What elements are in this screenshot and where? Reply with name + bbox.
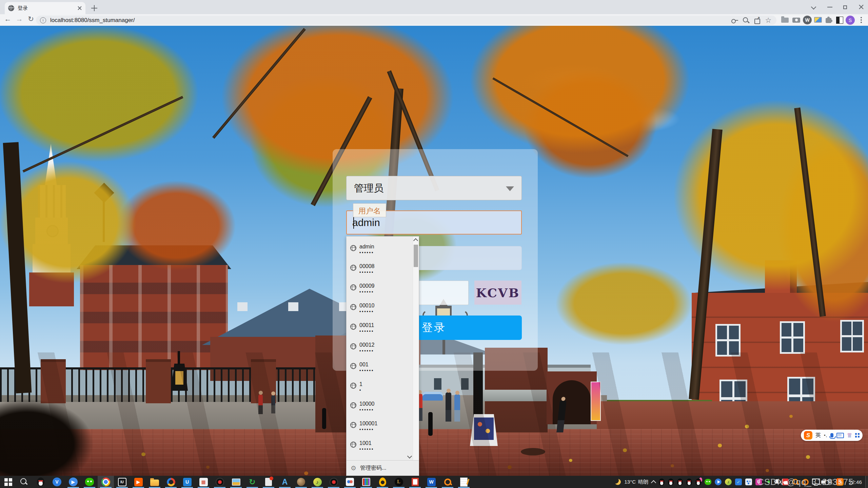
app-explorer[interactable] [146, 476, 163, 488]
app-redframe[interactable] [407, 476, 423, 488]
back-button[interactable]: ← [3, 15, 13, 23]
tray-volume[interactable] [821, 481, 824, 484]
clock[interactable]: 22:46 [847, 479, 864, 485]
app-notepad[interactable] [456, 476, 472, 488]
app-emulator[interactable] [374, 476, 391, 488]
00012[interactable]: 00012 •••••• [347, 339, 419, 359]
app-recorder[interactable] [212, 476, 228, 488]
app-ring[interactable] [163, 476, 179, 488]
tray-everything[interactable] [792, 479, 799, 485]
weather-widget[interactable]: 13°C 晴朗 [624, 479, 648, 485]
tray-qq-3[interactable] [677, 479, 683, 486]
app-chrome[interactable] [98, 476, 114, 488]
tray-people[interactable] [745, 479, 752, 485]
wikipedia-extension-icon[interactable]: W [803, 16, 812, 24]
app-photos[interactable] [228, 476, 244, 488]
toolbox-grid-icon[interactable] [855, 433, 860, 438]
captcha-image[interactable]: KCVB [474, 281, 521, 305]
admin[interactable]: admin •••••• [347, 241, 419, 260]
reload-button[interactable]: ↻ [26, 15, 36, 23]
app-winrar[interactable] [358, 476, 374, 488]
darkmode-extension-icon[interactable] [835, 16, 844, 24]
camera-extension-icon[interactable] [792, 16, 801, 24]
app-word[interactable]: W [423, 476, 439, 488]
bookmark-star-icon[interactable]: ☆ [764, 16, 772, 24]
tray-recorder[interactable] [765, 479, 772, 485]
dropdown-scrollbar[interactable] [413, 237, 419, 460]
app-v[interactable]: V [49, 476, 65, 488]
app-everything[interactable] [439, 476, 456, 488]
tray-mic[interactable] [775, 479, 778, 484]
download-extension-icon[interactable] [781, 16, 789, 24]
app-qq[interactable] [33, 476, 49, 488]
share-icon[interactable] [753, 16, 761, 24]
app-a[interactable]: A [277, 476, 293, 488]
window-minimize-button[interactable] [827, 3, 833, 10]
ime-punctuation-toggle[interactable]: •, [824, 433, 827, 438]
sogou-tray-icon[interactable]: S [836, 478, 844, 486]
skin-shirt-icon[interactable] [847, 433, 852, 438]
address-bar[interactable]: localhost:8080/ssm_stumanager/ ☆ [36, 16, 776, 25]
window-maximize-button[interactable] [842, 3, 849, 10]
app-grid[interactable]: ▦ [195, 476, 212, 488]
10000[interactable]: 10000 •••••• [347, 398, 419, 418]
100001[interactable]: 100001 •••••• [347, 418, 419, 437]
00011[interactable]: 00011 •••••• [347, 319, 419, 339]
start-button[interactable] [0, 476, 16, 488]
tray-qq-1[interactable] [659, 479, 665, 486]
browser-tab[interactable]: 登录 [5, 2, 85, 14]
tray-music[interactable]: ♪ [725, 479, 732, 485]
night-mode-moon-icon[interactable] [615, 479, 621, 485]
tray-thunder[interactable]: ✓ [735, 479, 742, 485]
00010[interactable]: 00010 •••••• [347, 300, 419, 319]
menu-dots-icon[interactable] [858, 16, 864, 24]
app-recorder2[interactable] [326, 476, 342, 488]
extensions-puzzle-icon[interactable] [825, 16, 833, 24]
show-desktop-button[interactable] [865, 476, 868, 488]
tray-qq-2[interactable] [668, 479, 674, 486]
profile-avatar[interactable]: S [846, 16, 855, 25]
app-music[interactable]: ♪ [309, 476, 326, 488]
search-button[interactable] [16, 476, 33, 488]
ime-language-toggle[interactable]: 英 [815, 432, 821, 439]
tray-guard[interactable] [802, 479, 809, 485]
microphone-icon[interactable] [830, 433, 833, 438]
001[interactable]: 001 •••••• [347, 359, 419, 378]
tray-usb[interactable]: U [755, 479, 762, 485]
app-wechat[interactable] [81, 476, 98, 488]
scrollbar-thumb[interactable] [414, 245, 418, 267]
tray-wechat[interactable] [705, 479, 711, 485]
app-cc[interactable] [342, 476, 358, 488]
site-info-icon[interactable] [40, 17, 46, 23]
1[interactable]: 1 • [347, 378, 419, 398]
forward-button[interactable]: → [14, 15, 24, 23]
app-sync[interactable]: ↻ [244, 476, 260, 488]
keyboard-icon[interactable] [836, 433, 844, 438]
tray-qq-4[interactable] [686, 479, 692, 486]
image-extension-icon[interactable] [814, 16, 823, 24]
tray-netdisk[interactable] [782, 479, 789, 485]
app-utools[interactable]: U [179, 476, 195, 488]
window-chevron-icon[interactable] [810, 3, 817, 10]
1001[interactable]: 1001 •••••• [347, 437, 419, 457]
role-select[interactable]: 管理员 [346, 176, 522, 200]
hidden-icons-chevron[interactable] [651, 480, 656, 485]
app-lol[interactable]: L [391, 476, 407, 488]
url-text[interactable]: localhost:8080/ssm_stumanager/ [50, 17, 728, 24]
tray-qq-5[interactable] [695, 479, 701, 486]
scroll-up-icon[interactable] [413, 238, 418, 243]
window-close-button[interactable] [858, 3, 865, 10]
sogou-logo-icon[interactable]: S [804, 431, 812, 440]
tray-network[interactable] [812, 479, 820, 484]
00008[interactable]: 00008 •••••• [347, 260, 419, 280]
zoom-icon[interactable] [742, 16, 750, 24]
tab-close-icon[interactable] [77, 6, 82, 11]
app-foxmail[interactable]: ▶ [130, 476, 146, 488]
app-pin[interactable] [260, 476, 277, 488]
new-tab-button[interactable] [90, 4, 98, 12]
app-thunder[interactable]: ▶ [65, 476, 81, 488]
00009[interactable]: 00009 •••••• [347, 280, 419, 300]
password-key-icon[interactable] [731, 16, 739, 24]
app-idea[interactable]: IU [114, 476, 130, 488]
app-game[interactable] [293, 476, 309, 488]
